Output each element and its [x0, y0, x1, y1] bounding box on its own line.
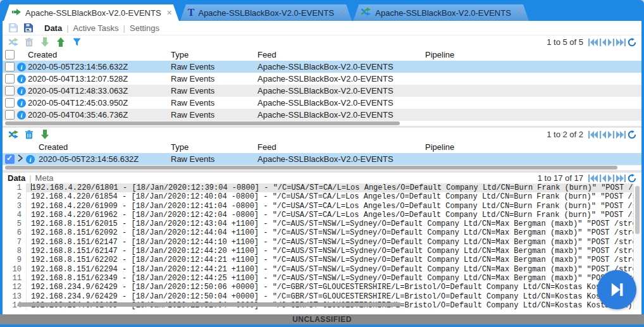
- menu-item-data[interactable]: Data: [44, 23, 62, 33]
- app-window: Apache-SSLBlackBox-V2.0-EVENTS×TApache-S…: [0, 0, 644, 327]
- log-line-number: 3: [3, 202, 27, 211]
- process-icon[interactable]: [8, 37, 19, 48]
- row-checkbox[interactable]: [5, 62, 15, 71]
- stream-hscroll-thumb[interactable]: [5, 121, 400, 125]
- log-vscroll-thumb[interactable]: [635, 186, 640, 234]
- stream-page-range: 1 to 5 of 5: [547, 37, 583, 47]
- cell-created: 2020-05-04T12:48:33.063Z: [25, 86, 168, 96]
- detail-table-header: Created Type Feed Pipeline: [3, 141, 641, 153]
- tab-close-icon[interactable]: ×: [339, 8, 345, 18]
- cell-feed: Apache-SSLBlackBox-V2.0-EVENTS: [255, 62, 423, 71]
- log-line-number: 4: [3, 211, 27, 219]
- next-page-icon[interactable]: [608, 131, 614, 139]
- download-icon[interactable]: [39, 129, 51, 140]
- row-checkbox[interactable]: [5, 86, 15, 96]
- row-checkbox[interactable]: [5, 98, 15, 108]
- refresh-icon[interactable]: [628, 130, 636, 139]
- data-meta-tabs: Data|Meta 1 to 17 of 17: [3, 170, 641, 183]
- stream-toolbar: 1 to 5 of 5: [3, 35, 641, 49]
- log-line: 3192.168.4.220/61909 - [18/Jan/2020:12:4…: [3, 202, 641, 211]
- log-line-number: 1: [3, 183, 27, 192]
- table-row[interactable]: i2020-05-04T12:48:33.063ZRaw EventsApach…: [3, 85, 641, 97]
- delete-icon[interactable]: [23, 129, 35, 140]
- prev-page-icon[interactable]: [600, 131, 606, 139]
- upload-icon[interactable]: [55, 37, 66, 48]
- pipeline-icon: [361, 8, 371, 18]
- save-button[interactable]: [8, 22, 19, 34]
- info-icon[interactable]: i: [17, 75, 26, 83]
- info-icon[interactable]: i: [17, 87, 26, 96]
- info-icon[interactable]: i: [17, 99, 26, 108]
- log-hscroll-thumb[interactable]: [18, 302, 401, 307]
- last-page-icon[interactable]: [616, 131, 626, 139]
- next-page-icon[interactable]: [608, 175, 614, 182]
- log-line-text: 192.168.4.220/61801 - [18/Jan/2020:12:39…: [27, 183, 641, 192]
- expand-chevron-icon[interactable]: [18, 154, 23, 164]
- tab-1-apache-events[interactable]: Apache-SSLBlackBox-V2.0-EVENTS×: [4, 4, 179, 21]
- tab-close-icon[interactable]: ×: [166, 8, 173, 18]
- table-row[interactable]: i2020-05-04T13:12:07.528ZRaw EventsApach…: [3, 73, 641, 85]
- menu-bar: Data|Active Tasks|Settings: [3, 21, 641, 35]
- menu-item-active-tasks[interactable]: Active Tasks: [73, 23, 119, 33]
- refresh-icon[interactable]: [628, 38, 636, 47]
- log-line-number: 7: [3, 238, 27, 247]
- cell-type: Raw Events: [168, 98, 255, 108]
- log-line: 10192.168.8.151/62294 - [18/Jan/2020:12:…: [3, 265, 641, 274]
- log-line: 8192.168.8.151/62147 - [18/Jan/2020:12:4…: [3, 247, 641, 256]
- detail-toolbar: 1 to 2 of 2: [3, 126, 641, 141]
- save-as-button[interactable]: [23, 22, 34, 34]
- info-icon[interactable]: i: [26, 155, 35, 164]
- table-row[interactable]: i2020-05-05T23:14:56.632ZRaw EventsApach…: [3, 61, 641, 73]
- last-page-icon[interactable]: [616, 175, 626, 182]
- column-header-type: Type: [168, 50, 255, 59]
- menu-item-settings[interactable]: Settings: [130, 23, 159, 33]
- tab-bar: Apache-SSLBlackBox-V2.0-EVENTS×TApache-S…: [0, 3, 644, 21]
- detail-pager: 1 to 2 of 2: [547, 130, 636, 139]
- log-line: 5192.168.8.151/62015 - [18/Jan/2020:12:4…: [3, 219, 641, 228]
- info-icon[interactable]: i: [17, 111, 26, 120]
- data-panel-tab-meta[interactable]: Meta: [35, 173, 54, 183]
- row-checkbox[interactable]: [5, 110, 15, 120]
- data-panel-tab-data[interactable]: Data: [8, 173, 25, 183]
- next-page-icon[interactable]: [608, 39, 614, 46]
- row-checkbox[interactable]: [5, 74, 15, 83]
- menu-separator: |: [123, 23, 125, 33]
- tab-2-apache-events[interactable]: TApache-SSLBlackBox-V2.0-EVENTS×: [180, 4, 352, 21]
- info-icon[interactable]: i: [17, 63, 26, 71]
- column-header-feed: Feed: [255, 50, 423, 59]
- step-forward-button[interactable]: [597, 270, 636, 309]
- first-page-icon[interactable]: [588, 175, 598, 182]
- table-row[interactable]: i2020-05-04T12:45:03.950ZRaw EventsApach…: [3, 97, 641, 109]
- log-line-text: 192.168.8.151/62092 - [18/Jan/2020:12:44…: [27, 228, 641, 237]
- process-icon[interactable]: [8, 129, 19, 140]
- raw-data-viewer: 1192.168.4.220/61801 - [18/Jan/2020:12:3…: [3, 183, 641, 310]
- first-page-icon[interactable]: [588, 131, 598, 139]
- select-all-checkbox[interactable]: [5, 50, 15, 59]
- cell-feed: Apache-SSLBlackBox-V2.0-EVENTS: [255, 98, 423, 108]
- tab-label: Apache-SSLBlackBox-V2.0-EVENTS: [25, 8, 161, 18]
- cell-created: 2020-05-04T12:45:03.950Z: [25, 98, 168, 108]
- log-line: 2192.168.4.220/61854 - [18/Jan/2020:12:4…: [3, 192, 641, 201]
- log-line-text: 192.168.234.9/62429 - [18/Jan/2020:12:50…: [27, 292, 641, 301]
- stream-table: i2020-05-05T23:14:56.632ZRaw EventsApach…: [3, 61, 641, 121]
- classification-banner: UNCLASSIFIED: [0, 314, 644, 324]
- table-row[interactable]: i2020-05-04T04:35:46.736ZRaw EventsApach…: [3, 109, 641, 121]
- download-icon[interactable]: [39, 37, 51, 48]
- first-page-icon[interactable]: [588, 39, 598, 46]
- row-select-cell: i: [3, 98, 25, 108]
- log-line-text: 192.168.8.151/62147 - [18/Jan/2020:12:44…: [27, 238, 641, 247]
- cell-type: Raw Events: [168, 154, 255, 164]
- tab-3-apache-events[interactable]: Apache-SSLBlackBox-V2.0-EVENTS×: [353, 4, 529, 21]
- stream-pager: 1 to 5 of 5: [547, 37, 636, 47]
- refresh-icon[interactable]: [628, 174, 636, 183]
- table-row[interactable]: i2020-05-05T23:14:56.632ZRaw EventsApach…: [3, 153, 641, 165]
- stream-hscrollbar: [3, 121, 641, 126]
- filter-icon[interactable]: [71, 37, 82, 48]
- row-checkbox[interactable]: [5, 154, 15, 164]
- prev-page-icon[interactable]: [600, 175, 606, 182]
- tab-close-icon[interactable]: ×: [516, 8, 523, 18]
- delete-icon[interactable]: [23, 37, 35, 48]
- last-page-icon[interactable]: [616, 39, 626, 46]
- detail-hscroll-thumb[interactable]: [5, 166, 617, 170]
- prev-page-icon[interactable]: [600, 39, 606, 46]
